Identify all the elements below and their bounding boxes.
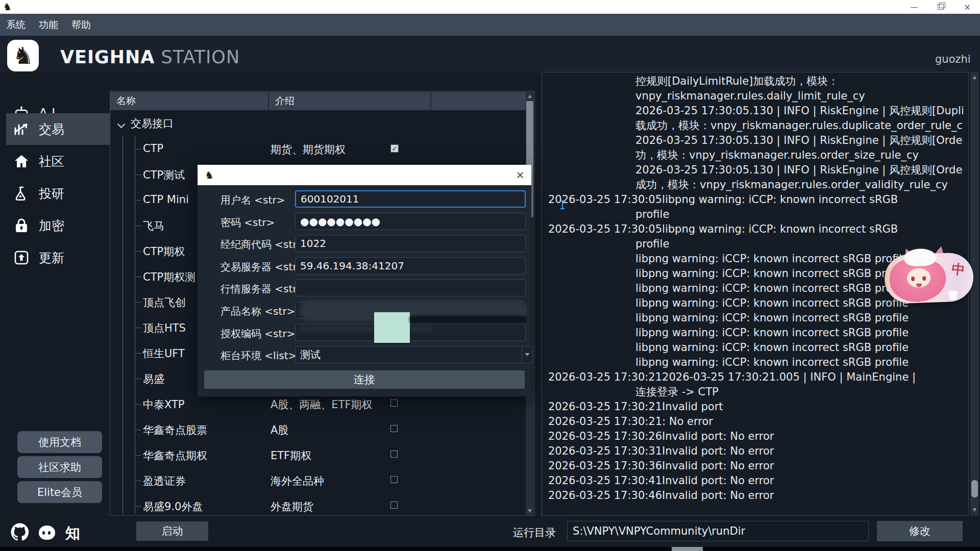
chevron-down-icon [117,120,126,129]
community-help-button[interactable]: 社区求助 [17,456,102,478]
menu-function[interactable]: 功能 [39,18,58,32]
chevron-down-icon[interactable] [522,346,532,363]
field-value: 59.46.194.38:41207 [300,260,404,272]
log-line: vnpy_riskmanager.rules.daily_limit_rule_… [548,89,963,104]
start-button[interactable]: 启动 [136,521,208,541]
scroll-up-icon[interactable]: ▲ [526,92,534,100]
gateway-desc: 期货、期货期权 [271,142,346,157]
log-message: libpng warning: iCCP: known incorrect sR… [662,223,898,235]
log-message: profile [635,238,669,250]
table-row[interactable]: 盈透证券 海外全品种 [110,468,534,493]
log-message: 控规则[DailyLimitRule]加载成功，模块： [635,75,839,87]
gateway-checkbox[interactable] [390,502,398,509]
log-line: libpng warning: iCCP: known incorrect sR… [548,325,963,340]
log-line: 2026-03-25 17:30:05libpng warning: iCCP:… [548,192,963,207]
column-header-name[interactable]: 名称 [110,92,269,110]
log-line: 控规则[DailyLimitRule]加载成功，模块： [548,74,963,89]
table-row[interactable]: 华鑫奇点期权 ETF期权 [110,442,534,468]
field-input[interactable]: 59.46.194.38:41207 [295,257,526,274]
menu-system[interactable]: 系统 [6,18,26,32]
field-input[interactable]: 测试 [295,346,533,363]
log-line: 2026-03-25 17:30:05.130 | INFO | RiskEng… [548,104,963,118]
horse-logo-icon: ♞ [12,44,33,67]
scroll-down-icon[interactable]: ▼ [526,507,534,515]
log-timestamp: 2026-03-25 17:30:36 [548,459,662,473]
dialog-field-row: 经纪商代码 <str> 1022 [198,233,531,255]
log-message: 功，模块：vnpy_riskmanager.rules.order_size_r… [635,149,919,161]
sidebar-item-crypto[interactable]: 加密 [0,210,110,241]
sidebar-label: 加密 [39,217,64,234]
table-row[interactable]: CTP 期货、期货期权 [110,136,534,162]
tree-tick [135,379,141,379]
tree-tick [135,302,141,303]
sidebar-nav: A I 交易 社区 投研 加密 [0,72,110,518]
sidebar-item-community[interactable]: 社区 [0,145,110,177]
table-row[interactable]: 易盛9.0外盘 外盘期货 [110,493,534,516]
zhihu-icon[interactable]: 知 [65,523,80,544]
close-button[interactable]: × [955,0,979,14]
gateway-name: CTP测试 [143,168,185,182]
elite-member-button[interactable]: Elite会员 [17,481,102,503]
tree-tick [135,174,141,175]
column-header-desc[interactable]: 介绍 [269,92,431,110]
field-input[interactable]: ●●●●●●●●● [295,213,526,230]
docs-button[interactable]: 使用文档 [17,431,102,453]
tree-group-row[interactable]: 交易接口 [110,111,534,136]
gateway-checkbox[interactable] [390,144,399,153]
gateway-checkbox[interactable] [390,476,398,483]
log-line: 2026-03-25 17:30:41Invalid port: No erro… [548,473,963,488]
scroll-down-icon[interactable]: ▼ [970,506,979,514]
tree-tick [135,455,141,456]
log-scroll-thumb[interactable] [971,480,978,497]
run-dir-input[interactable]: S:\VNPY\VNPYCommunity\runDir [567,521,869,541]
field-input[interactable]: 600102011 [295,190,526,208]
dialog-field-row: 柜台环境 <list> 测试 [198,344,531,366]
column-header-blank[interactable] [431,92,526,110]
log-line: 功，模块：vnpy_riskmanager.rules.order_size_r… [548,148,963,163]
chat-icon[interactable] [39,525,55,540]
sidebar-item-research[interactable]: 投研 [0,178,110,209]
log-message: Invalid port: No error [662,460,774,472]
sidebar-label: 投研 [39,185,64,202]
tree-tick [135,251,141,252]
log-message: libpng warning: iCCP: known incorrect sR… [662,193,898,206]
veighna-station-window: ♞ — × 系统 功能 帮助 ♞ VEIGHNA STATION guozhi … [0,0,980,551]
log-message: 2026-03-25 17:30:05.130 | INFO | RiskEng… [635,134,963,146]
log-message: libpng warning: iCCP: known incorrect sR… [635,267,909,280]
dialog-titlebar[interactable]: ♞ [198,165,531,185]
gateway-name: CTP期权 [143,244,185,259]
log-message: 连接登录 -> CTP [635,386,719,398]
log-message: vnpy_riskmanager.rules.daily_limit_rule_… [635,90,865,102]
log-timestamp: 2026-03-25 17:30:41 [548,473,662,488]
log-message: Invalid port [662,400,723,413]
os-titlebar: ♞ [0,0,980,14]
log-message: libpng warning: iCCP: known incorrect sR… [635,356,909,368]
anime-bonnet [904,248,936,267]
log-message: libpng warning: iCCP: known incorrect sR… [635,297,909,309]
sidebar-item-trading[interactable]: 交易 [6,113,110,145]
menu-help[interactable]: 帮助 [71,18,91,32]
dialog-close-button[interactable]: × [509,165,531,185]
scroll-up-icon[interactable]: ▲ [970,73,979,81]
anime-sticker: 中 [884,247,974,306]
tree-tick [135,353,141,354]
tree-tick [135,430,141,430]
gateway-checkbox[interactable] [390,450,398,458]
gateway-checkbox[interactable] [390,399,398,407]
github-icon[interactable] [10,522,30,542]
field-input[interactable]: 1022 [295,235,526,252]
table-row[interactable]: 华鑫奇点股票 A股 [110,417,534,442]
field-input[interactable] [295,279,526,296]
modify-button[interactable]: 修改 [877,521,963,541]
log-line: libpng warning: iCCP: known incorrect sR… [548,311,963,325]
restore-button[interactable] [929,0,952,14]
gateway-checkbox[interactable] [390,425,398,432]
connect-button[interactable]: 连接 [204,370,525,389]
minimize-button[interactable]: — [902,0,926,14]
log-line: 2026-03-25 17:30:26Invalid port: No erro… [548,429,963,444]
gateway-name: CTP [143,142,163,155]
gateway-name: 顶点飞创 [143,295,186,310]
sidebar-item-update[interactable]: 更新 [0,242,110,273]
log-message: 载成功，模块：vnpy_riskmanager.rules.duplicate_… [635,119,963,132]
tree-tick [135,404,141,405]
